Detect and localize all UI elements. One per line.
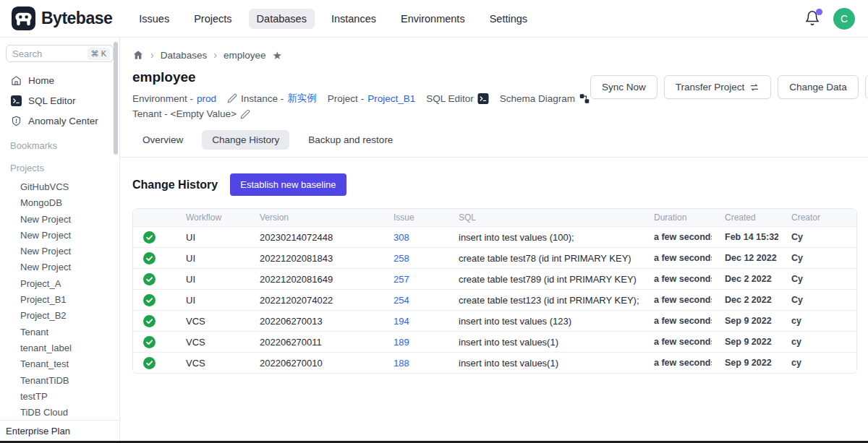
sidebar-project-new-project-3[interactable]: New Project xyxy=(6,228,114,244)
tab-bar: OverviewChange HistoryBackup and restore xyxy=(120,130,868,158)
sql-editor-icon xyxy=(10,95,22,106)
bookmark-star-icon[interactable]: ★ xyxy=(272,50,281,61)
status-column-header xyxy=(133,209,173,226)
column-header-sql: SQL xyxy=(446,209,641,226)
establish-baseline-button[interactable]: Establish new baseline xyxy=(230,173,346,196)
section-header: Change History Establish new baseline xyxy=(132,173,856,196)
sync-now-button[interactable]: Sync Now xyxy=(590,75,658,99)
table-row[interactable]: UI20221202081649257create table test789 … xyxy=(133,268,856,289)
sidebar-section-projects: Projects xyxy=(10,163,114,173)
content-area: Change History Establish new baseline Wo… xyxy=(120,158,868,374)
button-label: Transfer Project xyxy=(676,82,745,93)
sidebar-project-mongodb-1[interactable]: MongoDB xyxy=(6,195,114,211)
duration-cell: a few seconds xyxy=(641,268,712,289)
instance-meta: Instance - 新实例 xyxy=(227,92,317,105)
table-row[interactable]: VCS202206270010188insert into test value… xyxy=(133,352,856,373)
edit-tenant-icon[interactable] xyxy=(240,109,250,119)
duration-cell: a few seconds xyxy=(641,226,712,247)
sidebar-project-project-a-6[interactable]: Project_A xyxy=(6,276,114,292)
sidebar-project-project-b1-7[interactable]: Project_B1 xyxy=(6,292,114,308)
sql-cell: create table test78 (id int PRIMARY KEY) xyxy=(446,247,641,268)
success-status-icon xyxy=(143,294,156,306)
tab-change-history[interactable]: Change History xyxy=(202,130,289,150)
alter-schema-button[interactable]: Alter Schema xyxy=(865,75,868,99)
workflow-cell: UI xyxy=(173,247,247,268)
project-link[interactable]: Project_B1 xyxy=(367,93,415,104)
sidebar-scrollbar[interactable] xyxy=(114,42,118,155)
sidebar-project-tidb-cloud-14[interactable]: TiDB Cloud xyxy=(6,405,114,421)
issue-link[interactable]: 258 xyxy=(393,253,409,264)
top-nav: IssuesProjectsDatabasesInstancesEnvironm… xyxy=(131,9,535,29)
schema-diagram-icon xyxy=(579,93,590,104)
schema-diagram-shortcut[interactable]: Schema Diagram xyxy=(500,93,590,104)
instance-link[interactable]: 新实例 xyxy=(287,92,317,105)
column-header-version: Version xyxy=(247,209,380,226)
issue-link[interactable]: 254 xyxy=(393,295,409,306)
environment-link[interactable]: prod xyxy=(197,93,216,104)
transfer-arrows-icon xyxy=(749,82,760,93)
issue-link[interactable]: 189 xyxy=(393,337,409,348)
sidebar-project-tenant-9[interactable]: Tenant xyxy=(6,324,114,340)
nav-item-databases[interactable]: Databases xyxy=(249,9,315,29)
sidebar-project-new-project-4[interactable]: New Project xyxy=(6,244,114,259)
nav-item-issues[interactable]: Issues xyxy=(131,9,177,29)
duration-cell: a few seconds xyxy=(641,331,712,352)
workflow-cell: VCS xyxy=(173,310,247,331)
issue-cell: 189 xyxy=(380,331,446,352)
table-row[interactable]: VCS202206270011189insert into test value… xyxy=(133,331,856,352)
table-row[interactable]: UI20221202081843258create table test78 (… xyxy=(133,247,856,268)
user-avatar[interactable]: C xyxy=(833,8,855,30)
sidebar-project-testtp-13[interactable]: testTP xyxy=(6,389,114,405)
issue-link[interactable]: 188 xyxy=(393,358,409,369)
created-cell: Dec 2 2022 xyxy=(712,289,778,310)
created-cell: Feb 14 15:32 xyxy=(712,226,778,247)
sidebar-project-tenant-label-10[interactable]: tenant_label xyxy=(6,340,114,356)
sidebar-item-sql-editor[interactable]: SQL Editor xyxy=(6,93,114,108)
sidebar-project-project-b2-8[interactable]: Project_B2 xyxy=(6,308,114,324)
sql-editor-shortcut[interactable]: SQL Editor xyxy=(426,93,489,104)
terminal-icon xyxy=(477,93,489,104)
change-data-button[interactable]: Change Data xyxy=(778,75,859,99)
project-meta: Project - Project_B1 xyxy=(328,93,415,104)
page-header: employee Environment - prod Instance - 新… xyxy=(120,61,868,119)
table-row[interactable]: UI20221202074022254create table test123 … xyxy=(133,289,856,310)
sidebar-project-new-project-2[interactable]: New Project xyxy=(6,212,114,228)
creator-cell: Cy xyxy=(778,289,856,310)
page-title: employee xyxy=(132,69,590,85)
sidebar-project-tenant-test-11[interactable]: Tenant_test xyxy=(6,356,114,372)
notifications-button[interactable] xyxy=(804,10,822,27)
sidebar-item-home[interactable]: Home xyxy=(6,72,114,88)
sidebar-item-anomaly-center[interactable]: Anomaly Center xyxy=(6,113,114,129)
tab-backup-and-restore[interactable]: Backup and restore xyxy=(298,130,403,150)
instance-pen-icon xyxy=(227,93,237,103)
sidebar-project-list: GitHubVCSMongoDBNew ProjectNew ProjectNe… xyxy=(6,179,114,421)
bytebase-logo[interactable]: Bytebase xyxy=(12,7,112,30)
search-box[interactable]: ⌘ K xyxy=(6,45,114,62)
table-row[interactable]: VCS202206270013194insert into test value… xyxy=(133,310,856,331)
issue-link[interactable]: 257 xyxy=(393,274,409,285)
breadcrumb-separator: › xyxy=(213,49,217,61)
duration-cell: a few seconds xyxy=(641,247,712,268)
issue-link[interactable]: 308 xyxy=(393,232,409,243)
issue-link[interactable]: 194 xyxy=(393,316,409,327)
table-row[interactable]: UI20230214072448308insert into test valu… xyxy=(133,226,856,247)
status-cell xyxy=(133,331,173,352)
home-icon[interactable] xyxy=(132,49,144,61)
sidebar-project-new-project-5[interactable]: New Project xyxy=(6,259,114,275)
sidebar-project-tenanttidb-12[interactable]: TenantTiDB xyxy=(6,373,114,389)
tab-overview[interactable]: Overview xyxy=(132,130,193,150)
nav-item-settings[interactable]: Settings xyxy=(482,9,535,29)
nav-item-environments[interactable]: Environments xyxy=(393,9,473,29)
sidebar-item-label: Home xyxy=(28,75,54,86)
created-cell: Sep 9 2022 xyxy=(712,331,778,352)
column-header-created: Created xyxy=(712,209,778,226)
home-icon xyxy=(10,74,22,86)
sidebar-project-githubvcs-0[interactable]: GitHubVCS xyxy=(6,179,114,195)
search-input[interactable] xyxy=(12,48,75,59)
nav-item-instances[interactable]: Instances xyxy=(323,9,384,29)
success-status-icon xyxy=(143,336,156,348)
nav-item-projects[interactable]: Projects xyxy=(186,9,239,29)
breadcrumb-databases[interactable]: Databases xyxy=(161,50,208,61)
transfer-project-button[interactable]: Transfer Project xyxy=(664,75,772,99)
page-header-left: employee Environment - prod Instance - 新… xyxy=(132,69,590,119)
